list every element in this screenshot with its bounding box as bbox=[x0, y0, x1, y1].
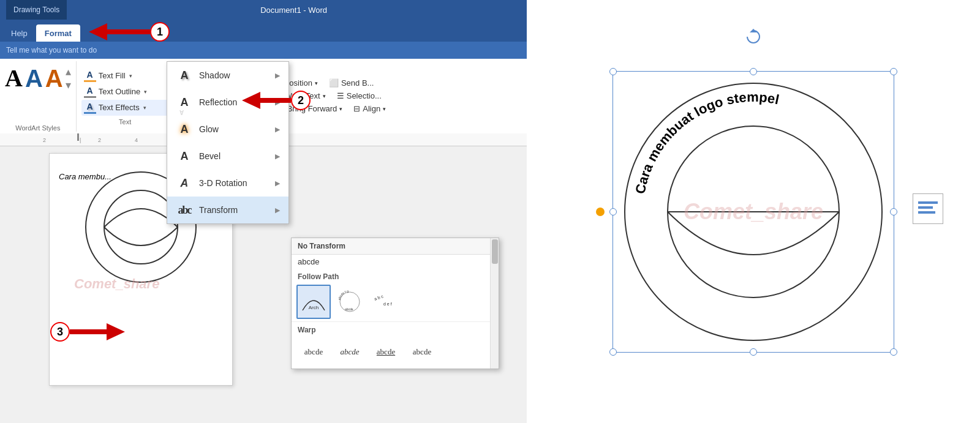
svg-rect-24 bbox=[918, 211, 935, 214]
warp-item-1[interactable]: abcde bbox=[296, 338, 331, 366]
selection-box bbox=[612, 71, 894, 353]
text-outline-icon: A bbox=[84, 86, 96, 98]
text-outline-arrow: ▾ bbox=[144, 89, 147, 95]
search-bar: Tell me what you want to do bbox=[0, 42, 527, 59]
svg-text:2: 2 bbox=[43, 137, 46, 143]
3d-rotation-item[interactable]: A 3-D Rotation ▶ bbox=[167, 170, 288, 197]
text-outline-btn[interactable]: A Text Outline ▾ bbox=[81, 84, 169, 100]
panel-scrollbar[interactable] bbox=[490, 238, 499, 369]
doc-watermark: Comet_share bbox=[74, 276, 159, 292]
circle-path-icon: abcde f g abcde bbox=[336, 288, 363, 315]
text-fill-arrow: ▾ bbox=[129, 73, 132, 79]
position-arrow: ▾ bbox=[315, 80, 318, 86]
doc-text-curve: Cara membu... bbox=[59, 172, 111, 181]
send-back-btn[interactable]: ⬜ Send B... bbox=[325, 77, 377, 89]
step2-number: 2 bbox=[291, 91, 311, 110]
scrollbar-thumb bbox=[492, 239, 498, 264]
step3-annotation: 3 bbox=[50, 322, 125, 342]
shadow-item[interactable]: A Shadow ▶ bbox=[167, 62, 288, 89]
step1-annotation: 1 bbox=[89, 22, 170, 42]
svg-text:d e f: d e f bbox=[383, 302, 392, 306]
transform-icon: abc bbox=[176, 201, 193, 219]
bevel-item[interactable]: A Bevel ▶ bbox=[167, 143, 288, 170]
wave-path-icon: a b c d e f bbox=[372, 288, 399, 315]
step2-annotation: 2 bbox=[242, 91, 311, 110]
align-btn[interactable]: ⊟ Align ▾ bbox=[350, 103, 390, 114]
3d-rotation-icon: A bbox=[175, 174, 192, 193]
no-transform-section: No Transform bbox=[292, 238, 499, 255]
wordart-sample-orange[interactable]: A bbox=[45, 66, 63, 91]
text-style-section: A Text Fill ▾ A Text Outline ▾ A Text Ef… bbox=[77, 61, 175, 132]
text-path-anchor[interactable] bbox=[596, 208, 605, 216]
svg-marker-0 bbox=[89, 23, 150, 40]
handle-mid-left[interactable] bbox=[609, 208, 617, 215]
handle-bot-mid[interactable] bbox=[750, 348, 757, 356]
title-bar: Drawing Tools Document1 - Word bbox=[0, 0, 527, 20]
wordart-scroll[interactable]: ▴▾ bbox=[66, 65, 71, 92]
wordart-styles-section: A A A ▴▾ WordArt Styles bbox=[0, 61, 77, 132]
warp-title: Warp bbox=[292, 321, 499, 335]
selection-btn[interactable]: ☰ Selectio... bbox=[333, 90, 385, 102]
text-fill-btn[interactable]: A Text Fill ▾ bbox=[81, 68, 169, 84]
glow-item[interactable]: A Glow ▶ bbox=[167, 116, 288, 143]
glow-arrow: ▶ bbox=[275, 125, 280, 133]
handle-top-right[interactable] bbox=[890, 68, 897, 75]
warp-grid: abcde abcde abcde abcde bbox=[292, 335, 499, 369]
svg-text:abcde: abcde bbox=[345, 307, 353, 311]
no-transform-sample[interactable]: abcde bbox=[292, 255, 499, 269]
rotate-handle[interactable] bbox=[745, 28, 762, 45]
handle-mid-right[interactable] bbox=[890, 208, 897, 215]
svg-text:a b c: a b c bbox=[374, 294, 384, 301]
preview-area: Comet_share bbox=[527, 0, 980, 423]
3d-rotation-arrow: ▶ bbox=[275, 179, 280, 187]
handle-bot-left[interactable] bbox=[609, 348, 617, 356]
warp-item-2[interactable]: abcde bbox=[333, 338, 367, 366]
wordart-sample-black[interactable]: A bbox=[5, 66, 23, 91]
tab-help[interactable]: Help bbox=[2, 24, 36, 42]
align-icon-box[interactable] bbox=[913, 193, 943, 224]
text-effects-btn[interactable]: A Text Effects ▾ bbox=[81, 100, 169, 116]
glow-icon: A bbox=[176, 121, 193, 138]
shadow-arrow: ▶ bbox=[275, 72, 280, 80]
reflection-icon: A A bbox=[176, 94, 193, 111]
wordart-styles-label: WordArt Styles bbox=[15, 122, 60, 132]
handle-top-mid[interactable] bbox=[750, 68, 757, 75]
handle-top-left[interactable] bbox=[609, 68, 617, 75]
svg-marker-1 bbox=[242, 92, 291, 109]
wrap-text-arrow: ▾ bbox=[323, 93, 326, 99]
transform-arch[interactable]: Arch bbox=[296, 285, 331, 319]
svg-rect-22 bbox=[918, 201, 938, 204]
svg-text:|: | bbox=[80, 137, 81, 143]
handle-bot-right[interactable] bbox=[890, 348, 897, 356]
transform-arrow: ▶ bbox=[275, 206, 280, 214]
shadow-icon: A bbox=[176, 67, 193, 84]
wordart-sample-blue[interactable]: A bbox=[25, 66, 43, 91]
svg-text:abcde f g: abcde f g bbox=[337, 289, 349, 301]
svg-rect-16 bbox=[77, 133, 79, 141]
align-icon: ⊟ bbox=[353, 104, 360, 113]
transform-item[interactable]: abc Transform ▶ bbox=[167, 197, 288, 223]
svg-rect-23 bbox=[918, 206, 933, 209]
text-effects-icon: A bbox=[84, 102, 96, 114]
svg-text:Arch: Arch bbox=[309, 305, 318, 310]
drawing-tools-label: Drawing Tools bbox=[6, 0, 67, 20]
follow-path-title: Follow Path bbox=[292, 269, 499, 282]
follow-path-grid: Arch abcde f g abcde a b c d e f bbox=[292, 282, 499, 321]
selection-icon: ☰ bbox=[337, 91, 344, 100]
svg-text:4: 4 bbox=[135, 137, 138, 143]
svg-marker-19 bbox=[70, 323, 125, 340]
align-arrow: ▾ bbox=[383, 106, 386, 112]
step1-arrow-icon bbox=[89, 23, 150, 40]
bevel-icon: A bbox=[176, 148, 193, 165]
wordart-samples: A A A ▴▾ bbox=[5, 65, 71, 92]
transform-wave-path[interactable]: a b c d e f bbox=[369, 285, 403, 319]
step3-arrow-icon bbox=[70, 323, 125, 340]
tab-format[interactable]: Format bbox=[36, 24, 80, 42]
rotate-icon bbox=[745, 28, 762, 45]
bevel-arrow: ▶ bbox=[275, 152, 280, 160]
warp-item-4[interactable]: abcde bbox=[405, 338, 439, 366]
logo-container: Cara membuat logo stempel bbox=[600, 59, 907, 365]
warp-item-3[interactable]: abcde bbox=[369, 338, 403, 366]
transform-panel: No Transform abcde Follow Path Arch abcd… bbox=[291, 238, 499, 369]
transform-circle-path[interactable]: abcde f g abcde bbox=[333, 285, 367, 319]
